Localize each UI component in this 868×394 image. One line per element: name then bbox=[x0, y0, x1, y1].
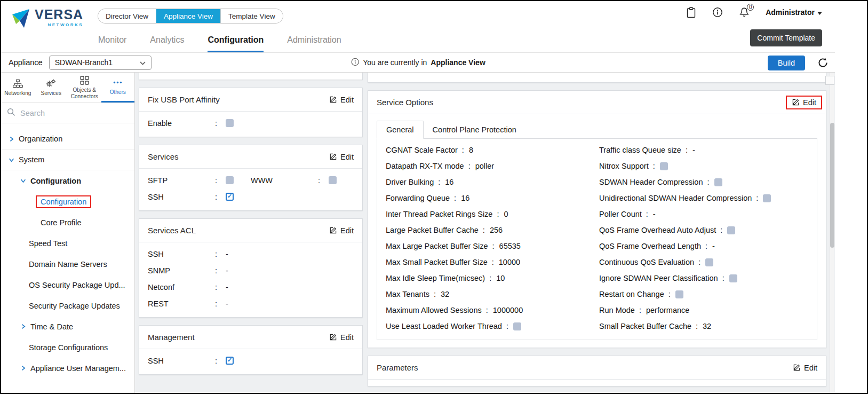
field-value: 256 bbox=[490, 226, 503, 234]
sidebar-item-time-date[interactable]: Time & Date bbox=[1, 316, 134, 337]
commit-template-button[interactable]: Commit Template bbox=[750, 29, 822, 46]
appliance-label: Appliance bbox=[9, 58, 43, 67]
card-body: Enable: bbox=[139, 112, 362, 137]
field-value: 10 bbox=[496, 274, 505, 282]
field-label: SSH bbox=[148, 193, 215, 201]
card-title: Parameters bbox=[377, 363, 418, 372]
checkbox[interactable] bbox=[226, 176, 234, 184]
edit-icon bbox=[793, 364, 801, 372]
sidebar-item-domain-name-servers[interactable]: Domain Name Servers bbox=[1, 254, 134, 274]
sidebar-item-speed-test[interactable]: Speed Test bbox=[1, 233, 134, 254]
card-header: Service Options Edit bbox=[368, 91, 826, 114]
field-traffic-class-queue-size: Traffic class Queue size:- bbox=[599, 142, 771, 158]
chevron-down-icon[interactable] bbox=[20, 178, 26, 184]
tab-control-plane-protection[interactable]: Control Plane Protection bbox=[424, 121, 525, 138]
sidebar-item-organization[interactable]: Organization bbox=[1, 129, 134, 149]
checkbox[interactable] bbox=[226, 119, 234, 127]
field-label: Poller Count bbox=[599, 210, 642, 218]
field-value: 8 bbox=[469, 146, 473, 154]
edit-button[interactable]: Edit bbox=[329, 226, 354, 235]
notifications-bell-icon[interactable]: 0 bbox=[739, 7, 750, 18]
card-header: ManagementEdit bbox=[139, 326, 362, 349]
sidebar-item-os-security-package-upd[interactable]: OS Security Package Upd... bbox=[1, 274, 134, 295]
edit-button[interactable]: Edit bbox=[329, 153, 354, 161]
sidebar-tab-label: Others bbox=[110, 89, 126, 96]
sidebar-category-tabs: NetworkingServicesObjects & ConnectorsOt… bbox=[1, 73, 134, 103]
checkbox[interactable] bbox=[226, 193, 234, 201]
field-label: Max Large Packet Buffer Size bbox=[386, 242, 488, 250]
appliance-select[interactable]: SDWAN-Branch1 bbox=[49, 56, 152, 70]
nav-tab-analytics[interactable]: Analytics bbox=[150, 35, 184, 52]
checkbox[interactable] bbox=[513, 322, 521, 330]
field-row: SNMP:- bbox=[148, 262, 354, 279]
field-value: 32 bbox=[703, 322, 711, 330]
checkbox[interactable] bbox=[660, 162, 668, 170]
sidebar-item-storage-configurations[interactable]: Storage Configurations bbox=[1, 337, 134, 358]
window-gutter bbox=[835, 1, 867, 393]
field-www: WWW: bbox=[251, 176, 354, 185]
left-card-column: Fix USB Port AffinityEditEnable:Services… bbox=[139, 73, 363, 393]
field-value: - bbox=[226, 283, 228, 291]
edit-icon bbox=[792, 98, 800, 106]
sidebar-item-security-package-updates[interactable]: Security Package Updates bbox=[1, 295, 134, 316]
sidebar-tab-services[interactable]: Services bbox=[35, 73, 68, 103]
field-ssh: SSH: bbox=[148, 357, 234, 365]
field-label: Datapath RX-TX mode bbox=[386, 162, 464, 170]
card-title: Services bbox=[148, 152, 179, 161]
nav-tab-monitor[interactable]: Monitor bbox=[98, 35, 126, 52]
edit-label: Edit bbox=[340, 153, 354, 161]
field-label: Max Idle Sleep Time(micsec) bbox=[386, 274, 485, 282]
checkbox[interactable] bbox=[226, 357, 234, 365]
checkbox[interactable] bbox=[763, 194, 771, 202]
edit-button[interactable]: Edit bbox=[786, 96, 822, 109]
refresh-icon[interactable] bbox=[817, 57, 829, 68]
edit-button[interactable]: Edit bbox=[329, 333, 354, 342]
field-maximum-allowed-sessions: Maximum Allowed Sessions:1000000 bbox=[386, 302, 599, 318]
edit-button[interactable]: Edit bbox=[329, 96, 354, 104]
sidebar: NetworkingServicesObjects & ConnectorsOt… bbox=[1, 73, 135, 393]
sidebar-item-configuration[interactable]: Configuration bbox=[1, 170, 134, 191]
field-label: Maximum Allowed Sessions bbox=[386, 306, 482, 314]
checkbox[interactable] bbox=[729, 274, 737, 282]
edit-button[interactable]: Edit bbox=[793, 364, 817, 372]
app-window: VERSA NETWORKS Director ViewAppliance Vi… bbox=[0, 0, 868, 394]
checkbox[interactable] bbox=[705, 258, 713, 266]
card-title: Services ACL bbox=[148, 226, 196, 235]
edit-icon bbox=[329, 333, 337, 341]
ellipsis-icon bbox=[113, 78, 123, 87]
checkbox[interactable] bbox=[714, 178, 722, 186]
sidebar-tab-others[interactable]: Others bbox=[101, 73, 135, 103]
field-label: Ignore SDWAN Peer Classification bbox=[599, 274, 718, 282]
field-use-least-loaded-worker-thread: Use Least Loaded Worker Thread: bbox=[386, 318, 599, 334]
service-options-tabs: GeneralControl Plane Protection bbox=[377, 121, 817, 139]
checkbox[interactable] bbox=[329, 176, 337, 184]
sidebar-item-appliance-user-managem[interactable]: Appliance User Managem... bbox=[1, 358, 134, 379]
scroll-top-button[interactable] bbox=[825, 76, 834, 85]
tab-general[interactable]: General bbox=[377, 121, 424, 139]
edit-icon bbox=[329, 153, 337, 161]
sidebar-tab-networking[interactable]: Networking bbox=[1, 73, 35, 103]
checkbox[interactable] bbox=[727, 226, 735, 234]
tree-item-label: Configuration bbox=[30, 177, 81, 185]
sidebar-item-core-profile[interactable]: Core Profile bbox=[1, 212, 134, 233]
edit-icon bbox=[329, 226, 337, 234]
sidebar-tab-objects-connectors[interactable]: Objects & Connectors bbox=[68, 73, 101, 103]
clipboard-icon[interactable] bbox=[686, 7, 696, 18]
chevron-right-icon[interactable] bbox=[20, 365, 26, 371]
info-icon[interactable] bbox=[712, 7, 723, 18]
chevron-right-icon[interactable] bbox=[20, 324, 26, 329]
sidebar-item-system[interactable]: System bbox=[1, 149, 134, 170]
nav-tab-administration[interactable]: Administration bbox=[287, 35, 341, 52]
checkbox[interactable] bbox=[675, 290, 683, 298]
card-services: ServicesEditSFTP:WWW:SSH: bbox=[139, 145, 363, 211]
search-input[interactable] bbox=[20, 109, 129, 117]
chevron-right-icon[interactable] bbox=[9, 136, 14, 142]
sidebar-item-configuration[interactable]: Configuration bbox=[1, 191, 134, 212]
build-button[interactable]: Build bbox=[768, 56, 805, 70]
chevron-down-icon[interactable] bbox=[9, 157, 14, 163]
nav-tab-configuration[interactable]: Configuration bbox=[208, 35, 264, 52]
user-menu[interactable]: Administrator bbox=[766, 8, 822, 17]
edit-label: Edit bbox=[340, 333, 354, 342]
scrollbar-thumb[interactable] bbox=[830, 123, 834, 248]
tree-item-label: Appliance User Managem... bbox=[30, 364, 126, 373]
